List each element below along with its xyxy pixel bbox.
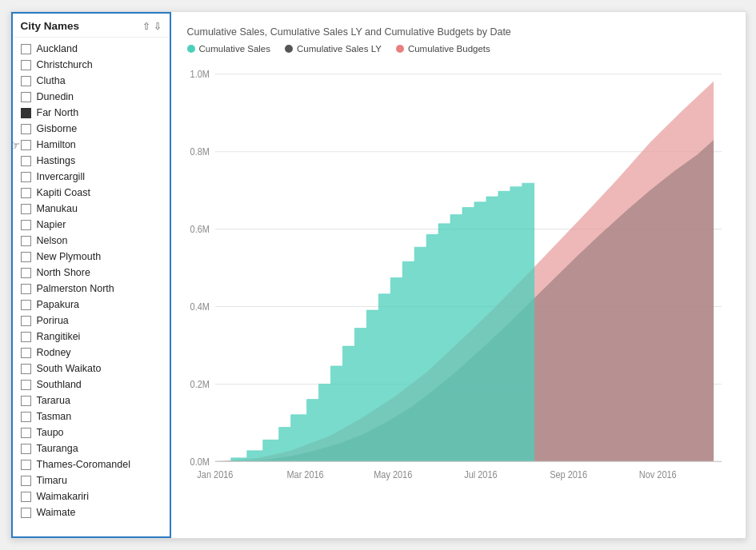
svg-text:Sep 2016: Sep 2016 xyxy=(550,468,587,480)
list-item[interactable]: Papakura xyxy=(13,297,170,313)
legend-label: Cumulative Sales LY xyxy=(297,44,382,54)
checkbox[interactable] xyxy=(21,444,31,454)
city-label: Tasman xyxy=(37,411,72,422)
city-label: Hamilton xyxy=(37,139,76,150)
list-item[interactable]: Waimakariri xyxy=(13,488,170,504)
list-item[interactable]: Thames-Coromandel xyxy=(13,456,170,472)
checkbox[interactable] xyxy=(21,348,31,358)
list-item[interactable]: Invercargill xyxy=(13,169,170,185)
svg-marker-14 xyxy=(214,183,534,461)
svg-text:Mar 2016: Mar 2016 xyxy=(286,468,323,480)
checkbox[interactable] xyxy=(21,396,31,406)
city-label: Waimakariri xyxy=(37,491,90,502)
city-label: Auckland xyxy=(37,43,78,54)
checkbox[interactable] xyxy=(21,236,31,246)
city-label: Porirua xyxy=(37,315,69,326)
svg-text:0.8M: 0.8M xyxy=(190,146,209,157)
checkbox[interactable] xyxy=(21,316,31,326)
city-label: Clutha xyxy=(37,75,66,86)
checkbox[interactable] xyxy=(21,412,31,422)
list-item[interactable]: Far North xyxy=(13,105,170,121)
main-panel: Cumulative Sales, Cumulative Sales LY an… xyxy=(171,12,746,538)
city-label: Thames-Coromandel xyxy=(37,459,130,470)
checkbox[interactable] xyxy=(21,108,31,118)
city-label: North Shore xyxy=(37,267,90,278)
list-item[interactable]: Rodney xyxy=(13,345,170,361)
svg-text:1.0M: 1.0M xyxy=(190,69,209,80)
chart-title: Cumulative Sales, Cumulative Sales LY an… xyxy=(187,26,730,38)
checkbox[interactable] xyxy=(21,188,31,198)
checkbox[interactable] xyxy=(21,332,31,342)
list-item[interactable]: Manukau xyxy=(13,201,170,217)
checkbox[interactable] xyxy=(21,204,31,214)
checkbox[interactable] xyxy=(21,268,31,278)
checkbox[interactable] xyxy=(21,508,31,518)
list-item[interactable]: Tasman xyxy=(13,409,170,424)
city-label: Hastings xyxy=(37,155,76,166)
list-item[interactable]: Christchurch xyxy=(13,57,170,73)
legend-dot xyxy=(396,45,404,53)
list-item[interactable]: Nelson xyxy=(13,233,170,249)
city-label: Rodney xyxy=(37,347,71,358)
checkbox[interactable] xyxy=(21,124,31,134)
list-item[interactable]: Clutha xyxy=(13,73,170,89)
list-item[interactable]: Timaru xyxy=(13,472,170,488)
sort-desc-icon[interactable]: ⇩ xyxy=(154,21,162,32)
list-item[interactable]: Auckland xyxy=(13,41,170,57)
sort-icons: ⇧ ⇩ xyxy=(142,21,162,32)
svg-text:Jan 2016: Jan 2016 xyxy=(197,468,233,480)
chart-legend: Cumulative SalesCumulative Sales LYCumul… xyxy=(187,44,730,54)
list-item[interactable]: Dunedin xyxy=(13,89,170,105)
checkbox[interactable] xyxy=(21,284,31,294)
city-label: Palmerston North xyxy=(37,283,114,294)
checkbox[interactable] xyxy=(21,44,31,54)
city-label: Timaru xyxy=(37,475,67,486)
list-item[interactable]: Gisborne xyxy=(13,121,170,137)
checkbox[interactable] xyxy=(21,140,31,150)
city-label: Tararua xyxy=(37,395,70,406)
checkbox[interactable] xyxy=(21,492,31,502)
legend-label: Cumulative Budgets xyxy=(408,44,490,54)
legend-dot xyxy=(285,45,293,53)
checkbox[interactable] xyxy=(21,220,31,230)
list-item[interactable]: Hamilton xyxy=(13,137,170,153)
checkbox[interactable] xyxy=(21,476,31,486)
checkbox[interactable] xyxy=(21,460,31,470)
checkbox[interactable] xyxy=(21,76,31,86)
list-item[interactable]: Tauranga xyxy=(13,440,170,456)
list-item[interactable]: South Waikato xyxy=(13,361,170,377)
chart-svg: 1.0M 0.8M 0.6M 0.4M 0.2M 0.0M xyxy=(187,62,730,530)
legend-dot xyxy=(187,45,195,53)
checkbox[interactable] xyxy=(21,364,31,374)
list-item[interactable]: Tararua xyxy=(13,393,170,409)
svg-text:0.4M: 0.4M xyxy=(190,301,209,312)
list-item[interactable]: Napier xyxy=(13,217,170,233)
list-item[interactable]: Hastings xyxy=(13,153,170,169)
list-item[interactable]: Porirua xyxy=(13,313,170,329)
checkbox[interactable] xyxy=(21,172,31,182)
checkbox[interactable] xyxy=(21,300,31,310)
checkbox[interactable] xyxy=(21,380,31,390)
list-item[interactable]: Waimate xyxy=(13,504,170,520)
list-item[interactable]: Rangitikei xyxy=(13,329,170,345)
city-list: AucklandChristchurchCluthaDunedinFar Nor… xyxy=(13,38,170,536)
checkbox[interactable] xyxy=(21,92,31,102)
list-item[interactable]: Palmerston North xyxy=(13,281,170,297)
city-label: South Waikato xyxy=(37,363,102,374)
city-label: Southland xyxy=(37,379,82,390)
svg-text:May 2016: May 2016 xyxy=(374,468,412,480)
checkbox[interactable] xyxy=(21,156,31,166)
checkbox[interactable] xyxy=(21,428,31,438)
list-item[interactable]: Taupo xyxy=(13,424,170,440)
list-item[interactable]: Southland xyxy=(13,377,170,393)
checkbox[interactable] xyxy=(21,252,31,262)
checkbox[interactable] xyxy=(21,60,31,70)
city-label: Manukau xyxy=(37,203,78,214)
sort-asc-icon[interactable]: ⇧ xyxy=(142,21,150,32)
list-item[interactable]: Kapiti Coast xyxy=(13,185,170,201)
list-item[interactable]: New Plymouth xyxy=(13,249,170,265)
svg-text:Jul 2016: Jul 2016 xyxy=(464,468,497,480)
list-item[interactable]: North Shore xyxy=(13,265,170,281)
city-label: Waimate xyxy=(37,507,76,518)
svg-text:0.2M: 0.2M xyxy=(190,378,209,389)
